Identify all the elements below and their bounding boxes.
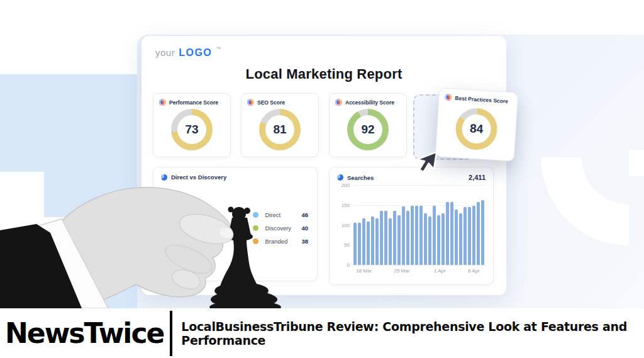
lighthouse-icon [445, 94, 452, 101]
x-tick-label: 25 Mar [394, 268, 410, 274]
x-tick-label: 8 Apr [468, 268, 480, 274]
legend-value: 40 [301, 225, 308, 232]
legend-row: Discovery40 [253, 225, 308, 232]
bar [384, 211, 387, 265]
bar [393, 211, 396, 265]
bar [375, 218, 379, 265]
bar-plot [353, 185, 484, 265]
bar [406, 211, 409, 265]
legend-dot [253, 212, 258, 218]
panel-title: Searches [347, 174, 374, 181]
bar [437, 215, 440, 265]
bg-block-left-mid [44, 74, 138, 217]
score-value: 73 [185, 123, 198, 137]
x-tick-label: 1 Apr [434, 268, 446, 274]
bar [402, 206, 405, 265]
score-card-label: SEO Score [257, 99, 285, 106]
bar [459, 213, 462, 266]
bar [428, 216, 431, 266]
bg-block-left-bottom [86, 263, 137, 308]
y-tick-label: 50 [344, 242, 350, 248]
score-value: 81 [273, 123, 286, 137]
bar [441, 213, 445, 266]
bar [481, 200, 484, 265]
bar [433, 206, 436, 265]
gridline [353, 265, 486, 266]
score-card-accessibility: Accessibility Score 92 [329, 93, 407, 157]
bar [450, 202, 453, 265]
score-card-label: Best Practices Score [455, 94, 508, 104]
score-value: 84 [469, 121, 483, 136]
bar [415, 206, 418, 265]
bar [419, 206, 423, 265]
site-brand: NewsTwice [0, 320, 170, 347]
y-tick-label: 200 [341, 182, 350, 188]
bar [468, 207, 471, 265]
bar [397, 215, 401, 265]
legend: Direct46Discovery40Branded38 [253, 211, 308, 245]
score-gauge: 81 [259, 109, 301, 150]
article-headline: LocalBusinessTribune Review: Comprehensi… [181, 320, 644, 347]
x-tick-label: 18 Mar [356, 268, 372, 274]
panel-title: Direct vs Discovery [171, 174, 226, 181]
logo-text: LOGO [179, 47, 212, 59]
legend-row: Direct46 [253, 211, 308, 218]
bar [389, 218, 392, 265]
lighthouse-icon [247, 99, 254, 106]
banner-divider [170, 311, 172, 356]
score-gauge-hole: 73 [177, 115, 206, 144]
score-card-label: Performance Score [169, 99, 218, 106]
legend-dot [253, 225, 258, 231]
legend-row: Branded38 [253, 238, 308, 245]
score-card-performance: Performance Score 73 [153, 93, 231, 157]
score-gauge-hole: 81 [265, 115, 294, 144]
legend-label: Branded [265, 238, 301, 245]
searches-panel: Searches 2,411 200150100500 18 Mar25 Mar… [329, 167, 494, 285]
logo: your LOGO ™ [155, 47, 221, 59]
bar [411, 206, 414, 265]
bar-chart-icon [337, 174, 343, 181]
direct-vs-discovery-panel: Direct vs Discovery Direct46Discovery40B… [153, 167, 318, 281]
bar [464, 207, 467, 265]
cursor-arrow-icon [414, 148, 441, 176]
pie-chart-icon [161, 174, 167, 181]
bar [380, 211, 383, 265]
logo-prefix: your [155, 47, 175, 58]
y-tick-label: 0 [347, 262, 350, 268]
bar [472, 206, 475, 265]
report-title: Local Marketing Report [142, 66, 506, 82]
legend-label: Direct [265, 211, 301, 218]
legend-value: 46 [301, 211, 308, 218]
lighthouse-icon [335, 99, 342, 106]
report-card: your LOGO ™ Local Marketing Report Perfo… [142, 36, 506, 295]
bar [362, 218, 365, 265]
bar [371, 216, 374, 266]
bar [367, 221, 370, 265]
score-gauge: 92 [347, 109, 389, 150]
bar [446, 202, 449, 265]
legend-dot [253, 238, 258, 244]
news-banner: NewsTwice LocalBusinessTribune Review: C… [0, 308, 644, 358]
score-card-label: Accessibility Score [345, 99, 394, 106]
score-gauge-hole: 92 [353, 115, 382, 144]
score-card-seo: SEO Score 81 [241, 93, 319, 157]
searches-total: 2,411 [469, 174, 486, 181]
legend-value: 38 [301, 238, 308, 245]
page-background: your LOGO ™ Local Marketing Report Perfo… [0, 0, 644, 358]
y-tick-label: 150 [341, 202, 350, 208]
bar [358, 223, 361, 265]
score-gauge: 73 [171, 109, 213, 150]
trademark-symbol: ™ [216, 46, 221, 52]
score-card-best-practices[interactable]: Best Practices Score 84 [435, 87, 518, 161]
score-value: 92 [361, 123, 374, 137]
lighthouse-icon [159, 99, 166, 106]
bar [424, 213, 427, 266]
bar [477, 202, 480, 265]
legend-label: Discovery [265, 225, 301, 232]
bar [455, 210, 458, 265]
x-axis: 18 Mar25 Mar1 Apr8 Apr [353, 268, 484, 276]
score-gauge: 84 [455, 107, 499, 151]
score-gauge-hole: 84 [461, 114, 492, 145]
y-tick-label: 100 [341, 222, 350, 228]
bar [353, 223, 357, 265]
